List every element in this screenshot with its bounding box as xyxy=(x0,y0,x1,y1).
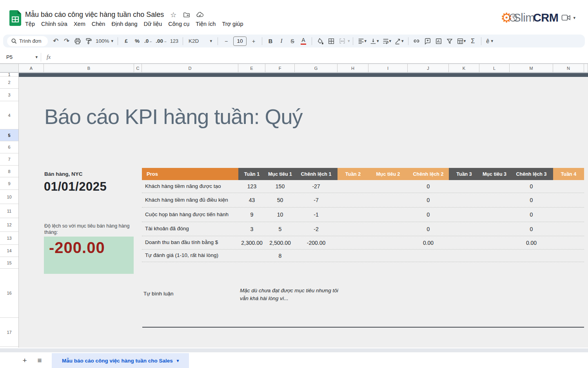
menus-search-input[interactable]: Trình đơn xyxy=(7,36,48,46)
star-icon[interactable]: ☆ xyxy=(169,11,177,19)
table-cell[interactable]: -27 xyxy=(295,180,338,193)
row-header-7[interactable]: 7 xyxy=(0,153,18,166)
table-row-label[interactable]: Doanh thu ban đầu tính bằng $ xyxy=(142,236,238,249)
insert-comment-button[interactable] xyxy=(423,36,433,46)
column-header-L[interactable]: L xyxy=(479,64,510,72)
table-cell[interactable]: 50 xyxy=(265,193,295,207)
table-row-label[interactable]: Khách hàng tiềm năng được tạo xyxy=(142,180,238,193)
grid-corner[interactable] xyxy=(0,64,19,72)
meet-video-icon[interactable] xyxy=(561,14,571,22)
table-cell[interactable]: 43 xyxy=(238,193,265,207)
table-cell[interactable]: 0 xyxy=(408,208,449,222)
table-cell[interactable]: 8 xyxy=(265,250,295,262)
table-cell[interactable]: 0 xyxy=(510,180,553,193)
table-header-2[interactable]: Mục tiêu 1 xyxy=(265,168,295,180)
menu-item-5[interactable]: Dữ liệu xyxy=(141,20,165,28)
text-rotation-button[interactable]: ▾ xyxy=(393,36,405,46)
all-sheets-button[interactable]: ≡ xyxy=(32,356,47,365)
row-header-17[interactable]: 17 xyxy=(0,318,18,347)
table-cell[interactable]: 0 xyxy=(510,208,553,222)
row-header-8[interactable]: 8 xyxy=(0,166,18,177)
menu-item-7[interactable]: Tiện ích xyxy=(192,20,219,28)
table-header-4[interactable]: Tuần 2 xyxy=(338,168,368,180)
column-header-J[interactable]: J xyxy=(408,64,449,72)
table-cell[interactable]: 2,300.00 xyxy=(238,236,265,249)
menu-item-2[interactable]: Xem xyxy=(71,20,89,28)
format-currency-button[interactable]: £ xyxy=(121,36,131,46)
paint-format-button[interactable] xyxy=(83,36,94,46)
table-header-7[interactable]: Tuần 3 xyxy=(449,168,479,180)
menu-item-6[interactable]: Công cụ xyxy=(165,20,192,28)
table-header-8[interactable]: Mục tiêu 3 xyxy=(479,168,510,180)
font-size-input[interactable]: 10 xyxy=(233,36,247,46)
column-header-H[interactable]: H xyxy=(338,64,368,72)
fill-color-button[interactable] xyxy=(315,36,325,46)
merge-options-caret[interactable]: ▾ xyxy=(348,38,350,44)
table-cell[interactable]: -2 xyxy=(295,222,338,236)
version-history-icon[interactable] xyxy=(508,13,518,23)
date-cell[interactable]: 01/01/2025 xyxy=(44,180,107,194)
name-box[interactable]: P5▾ xyxy=(0,54,38,60)
table-cell[interactable]: 5 xyxy=(265,222,295,236)
strikethrough-button[interactable]: S xyxy=(287,36,298,46)
menu-item-1[interactable]: Chỉnh sửa xyxy=(38,20,71,28)
table-cell[interactable]: -1 xyxy=(295,208,338,222)
table-row-label[interactable]: Tự đánh giá (1-10, rất hài lòng) xyxy=(142,250,238,262)
menu-item-3[interactable]: Chèn xyxy=(89,20,109,28)
menu-item-8[interactable]: Trợ giúp xyxy=(219,20,246,28)
format-percent-button[interactable]: % xyxy=(132,36,142,46)
row-header-11[interactable]: 11 xyxy=(0,204,18,218)
table-header-1[interactable]: Tuần 1 xyxy=(238,168,265,180)
row-header-3[interactable]: 3 xyxy=(0,89,18,101)
column-header-I[interactable]: I xyxy=(368,64,408,72)
table-cell[interactable]: 0 xyxy=(408,180,449,193)
column-header-B[interactable]: B xyxy=(44,64,134,72)
row-header-13[interactable]: 13 xyxy=(0,232,18,245)
merge-cells-button[interactable] xyxy=(337,36,347,46)
column-header-C[interactable]: C xyxy=(134,64,142,72)
horizontal-scrollbar[interactable] xyxy=(0,348,588,352)
horizontal-align-button[interactable]: ▾ xyxy=(356,36,368,46)
text-color-button[interactable]: A xyxy=(298,36,309,46)
redo-button[interactable]: ↷ xyxy=(62,36,72,46)
font-family-select[interactable]: K2D▾ xyxy=(186,36,214,46)
row-header-6[interactable]: 6 xyxy=(0,141,18,153)
table-header-9[interactable]: Chênh lệch 3 xyxy=(510,168,553,180)
insert-chart-button[interactable] xyxy=(434,36,444,46)
deviation-value-cell[interactable]: -200.00 xyxy=(44,237,134,274)
add-sheet-button[interactable]: + xyxy=(17,356,32,365)
row-header-16[interactable]: 16 xyxy=(0,269,18,318)
table-header-10[interactable]: Tuần 4 xyxy=(553,168,584,180)
google-sheets-icon[interactable] xyxy=(9,10,21,26)
table-cell[interactable]: 0.00 xyxy=(510,236,553,249)
column-header-A[interactable]: A xyxy=(19,64,44,72)
formula-input[interactable] xyxy=(51,51,588,63)
menu-item-0[interactable]: Tệp xyxy=(22,20,38,28)
sheet-tab-menu-caret[interactable]: ▾ xyxy=(177,358,179,363)
column-header-G[interactable]: G xyxy=(295,64,338,72)
input-tools-button[interactable]: ê▾ xyxy=(485,36,495,46)
italic-button[interactable]: I xyxy=(276,36,287,46)
vertical-align-button[interactable]: ▾ xyxy=(368,36,380,46)
row-header-9[interactable]: 9 xyxy=(0,177,18,190)
row-header-15[interactable]: 15 xyxy=(0,257,18,269)
row-header-4[interactable]: 4 xyxy=(0,101,18,129)
borders-button[interactable] xyxy=(326,36,336,46)
table-header-6[interactable]: Chênh lệch 2 xyxy=(408,168,449,180)
table-cell[interactable]: 150 xyxy=(265,180,295,193)
active-sheet-tab[interactable]: Mẫu báo cáo công việc hàng tuần cho Sale… xyxy=(52,353,189,368)
table-cell[interactable]: 0 xyxy=(408,193,449,207)
table-header-3[interactable]: Chênh lệch 1 xyxy=(295,168,338,180)
table-cell[interactable]: 0 xyxy=(510,222,553,236)
row-header-14[interactable]: 14 xyxy=(0,245,18,257)
chevron-down-icon[interactable]: ▾ xyxy=(573,15,575,20)
table-header-0[interactable]: Pros xyxy=(142,168,238,180)
table-cell[interactable]: 9 xyxy=(238,208,265,222)
cloud-saved-icon[interactable] xyxy=(196,11,204,19)
table-row-label[interactable]: Cuộc họp bán hàng được tiến hành xyxy=(142,208,238,222)
row-header-10[interactable]: 10 xyxy=(0,190,18,204)
comment-text-cell[interactable]: Mặc dù chưa đạt được mục tiêu nhưng tôi … xyxy=(240,287,342,302)
document-title[interactable]: Mẫu báo cáo công việc hàng tuần cho Sale… xyxy=(25,11,164,19)
table-cell[interactable]: 10 xyxy=(265,208,295,222)
insert-table-button[interactable]: ▾ xyxy=(456,36,467,46)
